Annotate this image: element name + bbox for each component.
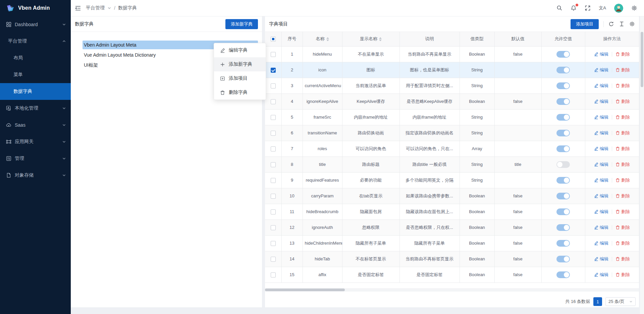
context-menu-edit-dictionary[interactable]: 编辑字典 xyxy=(214,43,266,57)
allow-empty-toggle[interactable] xyxy=(556,82,570,89)
delete-button[interactable]: 删除 xyxy=(615,193,630,199)
allow-empty-toggle[interactable] xyxy=(556,145,570,152)
sidebar-item-platform-management[interactable]: 平台管理 xyxy=(0,33,71,50)
sidebar-collapse-icon[interactable] xyxy=(75,5,81,11)
context-menu-add-dictionary[interactable]: 添加新字典 xyxy=(214,57,266,71)
allow-empty-toggle[interactable] xyxy=(556,193,570,199)
edit-button[interactable]: 编辑 xyxy=(594,130,608,136)
edit-button[interactable]: 编辑 xyxy=(594,272,608,278)
translate-icon[interactable]: 文A xyxy=(599,5,606,11)
edit-button[interactable]: 编辑 xyxy=(594,67,608,73)
sidebar-item-app-gateway[interactable]: 应用网关 xyxy=(0,133,71,150)
edit-button[interactable]: 编辑 xyxy=(594,240,608,246)
row-checkbox[interactable] xyxy=(271,194,276,199)
page-size-select[interactable]: 25 条/页 xyxy=(605,297,636,306)
allow-empty-toggle[interactable] xyxy=(556,256,570,262)
horizontal-scrollbar-thumb[interactable] xyxy=(265,289,345,291)
delete-button[interactable]: 删除 xyxy=(615,240,630,246)
row-height-icon[interactable] xyxy=(619,21,625,27)
delete-button[interactable]: 删除 xyxy=(615,225,630,231)
delete-button[interactable]: 删除 xyxy=(615,67,630,73)
pagination-page-1[interactable]: 1 xyxy=(593,297,602,306)
delete-button[interactable]: 删除 xyxy=(615,130,630,136)
edit-button[interactable]: 编辑 xyxy=(594,177,608,183)
row-actions-cell: 编辑 删除 xyxy=(585,251,639,267)
select-all-checkbox[interactable] xyxy=(271,37,276,42)
allow-empty-toggle[interactable] xyxy=(556,51,570,58)
row-checkbox[interactable] xyxy=(271,68,276,73)
row-checkbox[interactable] xyxy=(271,52,276,57)
fullscreen-icon[interactable] xyxy=(585,5,591,11)
sort-caret-icon[interactable] xyxy=(326,37,329,41)
row-checkbox[interactable] xyxy=(271,83,276,88)
delete-button[interactable]: 删除 xyxy=(615,51,630,57)
allow-empty-toggle[interactable] xyxy=(556,130,570,136)
allow-empty-toggle[interactable] xyxy=(556,161,570,168)
gear-icon[interactable] xyxy=(631,5,637,11)
edit-button[interactable]: 编辑 xyxy=(594,209,608,215)
sidebar-item-data-dictionary[interactable]: 数据字典 xyxy=(0,83,71,100)
edit-button[interactable]: 编辑 xyxy=(594,146,608,152)
context-menu-delete-dictionary[interactable]: 删除字典 xyxy=(214,85,266,100)
table-row: 10 carryParam 在tab页显示 如果该路由会携带参数... Bool… xyxy=(265,188,639,204)
row-checkbox[interactable] xyxy=(271,225,276,230)
refresh-icon[interactable] xyxy=(608,21,614,27)
row-checkbox[interactable] xyxy=(271,241,276,246)
allow-empty-toggle[interactable] xyxy=(556,224,570,231)
edit-button[interactable]: 编辑 xyxy=(594,256,608,262)
column-header-name[interactable]: 名称 xyxy=(303,32,342,46)
allow-empty-toggle[interactable] xyxy=(556,98,570,105)
row-checkbox[interactable] xyxy=(271,99,276,104)
delete-button[interactable]: 删除 xyxy=(615,83,630,89)
sidebar-item-object-storage[interactable]: 对象存储 xyxy=(0,167,71,184)
delete-button[interactable]: 删除 xyxy=(615,209,630,215)
edit-button[interactable]: 编辑 xyxy=(594,51,608,57)
delete-button[interactable]: 删除 xyxy=(615,114,630,120)
bell-icon[interactable] xyxy=(571,5,577,11)
breadcrumb-parent[interactable]: 平台管理 xyxy=(86,5,105,11)
allow-empty-toggle[interactable] xyxy=(556,240,570,247)
allow-empty-toggle[interactable] xyxy=(556,208,570,215)
add-dictionary-button[interactable]: 添加新字典 xyxy=(225,19,258,29)
delete-button[interactable]: 删除 xyxy=(615,146,630,152)
edit-button[interactable]: 编辑 xyxy=(594,83,608,89)
delete-button[interactable]: 删除 xyxy=(615,162,630,168)
row-checkbox[interactable] xyxy=(271,146,276,151)
row-checkbox[interactable] xyxy=(271,131,276,136)
edit-button[interactable]: 编辑 xyxy=(594,162,608,168)
app-logo[interactable]: Vben Admin xyxy=(0,0,71,16)
sidebar-item-layout[interactable]: 布局 xyxy=(0,50,71,66)
avatar[interactable] xyxy=(614,4,623,13)
row-checkbox[interactable] xyxy=(271,115,276,120)
delete-button[interactable]: 删除 xyxy=(615,272,630,278)
row-checkbox[interactable] xyxy=(271,162,276,167)
row-checkbox[interactable] xyxy=(271,272,276,277)
search-icon[interactable] xyxy=(556,5,562,11)
delete-button[interactable]: 删除 xyxy=(615,256,630,262)
row-checkbox[interactable] xyxy=(271,209,276,214)
sidebar-item-dashboard[interactable]: Dashboard xyxy=(0,16,71,33)
sidebar-item-menu[interactable]: 菜单 xyxy=(0,66,71,83)
allow-empty-toggle[interactable] xyxy=(556,177,570,184)
sort-caret-icon[interactable] xyxy=(379,37,382,41)
row-checkbox[interactable] xyxy=(271,178,276,183)
sidebar-item-management[interactable]: 管理 xyxy=(0,150,71,167)
vertical-scrollbar-thumb[interactable] xyxy=(641,32,643,87)
allow-empty-toggle[interactable] xyxy=(556,114,570,121)
sidebar-item-saas[interactable]: Saas xyxy=(0,117,71,133)
edit-button[interactable]: 编辑 xyxy=(594,114,608,120)
edit-button[interactable]: 编辑 xyxy=(594,99,608,105)
column-header-display-name[interactable]: 显示名称 xyxy=(342,32,399,46)
allow-empty-toggle[interactable] xyxy=(556,271,570,278)
allow-empty-toggle[interactable] xyxy=(556,67,570,73)
sidebar-item-localization[interactable]: 本地化管理 xyxy=(0,100,71,117)
row-checkbox[interactable] xyxy=(271,257,276,262)
edit-button[interactable]: 编辑 xyxy=(594,225,608,231)
context-menu-add-item[interactable]: 添加项目 xyxy=(214,71,266,85)
add-item-button[interactable]: 添加项目 xyxy=(571,19,599,29)
delete-button[interactable]: 删除 xyxy=(615,177,630,183)
chevron-down-icon[interactable] xyxy=(107,6,111,10)
edit-button[interactable]: 编辑 xyxy=(594,193,608,199)
column-settings-icon[interactable] xyxy=(629,21,635,27)
delete-button[interactable]: 删除 xyxy=(615,99,630,105)
